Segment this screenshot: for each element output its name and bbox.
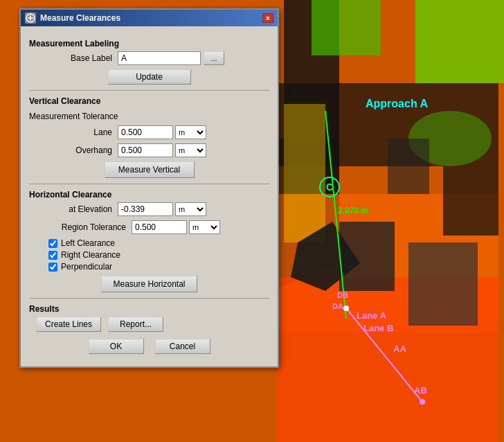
region-tolerance-input[interactable]	[132, 220, 187, 234]
svg-rect-4	[312, 0, 381, 55]
vertical-clearance-header: Vertical Clearance	[29, 96, 269, 106]
measurement-labeling-header: Measurement Labeling	[29, 39, 269, 48]
svg-text:Approach A: Approach A	[366, 98, 429, 109]
bottom-buttons: OK Cancel	[29, 332, 269, 360]
lane-label: Lane	[36, 127, 112, 137]
svg-rect-14	[443, 166, 498, 236]
svg-text:AA: AA	[393, 344, 406, 354]
svg-text:Lane A: Lane A	[357, 310, 386, 321]
svg-text:Lane B: Lane B	[363, 323, 393, 333]
cancel-button[interactable]: Cancel	[155, 339, 210, 354]
measure-horizontal-button[interactable]: Measure Horizontal	[101, 276, 197, 292]
svg-point-17	[343, 306, 349, 311]
region-tolerance-row: Region Tolerance mftin	[29, 220, 269, 234]
results-header: Results	[29, 304, 269, 314]
overhang-label: Overhang	[36, 145, 112, 155]
lane-row: Lane mftin	[29, 125, 269, 139]
base-label-input[interactable]	[118, 51, 201, 65]
report-button[interactable]: Report...	[108, 317, 163, 332]
svg-rect-9	[284, 104, 325, 242]
lane-unit-select[interactable]: mftin	[175, 125, 206, 139]
browse-button[interactable]: ...	[204, 51, 224, 65]
overhang-row: Overhang mftin	[29, 143, 269, 157]
svg-text:AB: AB	[414, 385, 427, 396]
svg-text:DB: DB	[337, 291, 348, 299]
svg-point-18	[420, 399, 425, 405]
perpendicular-checkbox[interactable]	[48, 263, 57, 272]
perpendicular-row: Perpendicular	[29, 262, 269, 272]
close-button[interactable]: ×	[262, 13, 273, 23]
left-clearance-checkbox[interactable]	[48, 239, 57, 248]
left-clearance-label: Left Clearance	[61, 238, 115, 248]
dialog-titlebar: Measure Clearances ×	[21, 10, 278, 26]
right-clearance-label: Right Clearance	[61, 250, 120, 260]
measure-vertical-button[interactable]: Measure Vertical	[105, 161, 195, 178]
titlebar-left: Measure Clearances	[25, 12, 120, 24]
at-elevation-label: at Elevation	[36, 204, 112, 214]
right-clearance-row: Right Clearance	[29, 250, 269, 260]
results-buttons: Create Lines Report...	[29, 317, 269, 332]
region-tolerance-label: Region Tolerance	[36, 222, 126, 232]
overhang-unit-select[interactable]: mftin	[175, 143, 206, 157]
horizontal-clearance-header: Horizontal Clearance	[29, 190, 269, 200]
dialog-icon	[25, 12, 36, 24]
measure-vertical-row: Measure Vertical	[29, 161, 269, 178]
results-section: Results Create Lines Report...	[29, 304, 269, 332]
svg-rect-5	[415, 0, 504, 83]
separator-3	[29, 298, 269, 299]
separator-1	[29, 90, 269, 91]
measure-clearances-dialog: Measure Clearances × Measurement Labelin…	[19, 8, 279, 368]
svg-text:2.070 m: 2.070 m	[338, 206, 368, 215]
base-label-label: Base Label	[36, 53, 112, 63]
update-button[interactable]: Update	[108, 69, 191, 85]
svg-text:DA: DA	[332, 302, 343, 310]
perpendicular-label: Perpendicular	[61, 262, 112, 272]
svg-rect-13	[388, 139, 429, 194]
dialog-body: Measurement Labeling Base Label ... Upda…	[21, 26, 278, 366]
measure-horizontal-row: Measure Horizontal	[29, 276, 269, 292]
update-row: Update	[29, 69, 269, 85]
base-label-row: Base Label ...	[29, 51, 269, 65]
right-clearance-checkbox[interactable]	[48, 251, 57, 260]
ok-button[interactable]: OK	[89, 339, 144, 354]
svg-text:C: C	[326, 182, 333, 193]
at-elevation-input[interactable]	[118, 202, 173, 216]
at-elevation-unit-select[interactable]: mftin	[175, 202, 206, 216]
at-elevation-row: at Elevation mftin	[29, 202, 269, 216]
separator-2	[29, 184, 269, 184]
create-lines-button[interactable]: Create Lines	[36, 317, 101, 332]
overhang-input[interactable]	[118, 143, 173, 157]
region-tolerance-unit-select[interactable]: mftin	[189, 220, 220, 234]
svg-rect-11	[408, 242, 478, 326]
left-clearance-row: Left Clearance	[29, 238, 269, 248]
lane-input[interactable]	[118, 125, 173, 139]
measurement-tolerance-label: Measurement Tolerance	[29, 112, 269, 121]
dialog-title: Measure Clearances	[40, 13, 120, 23]
